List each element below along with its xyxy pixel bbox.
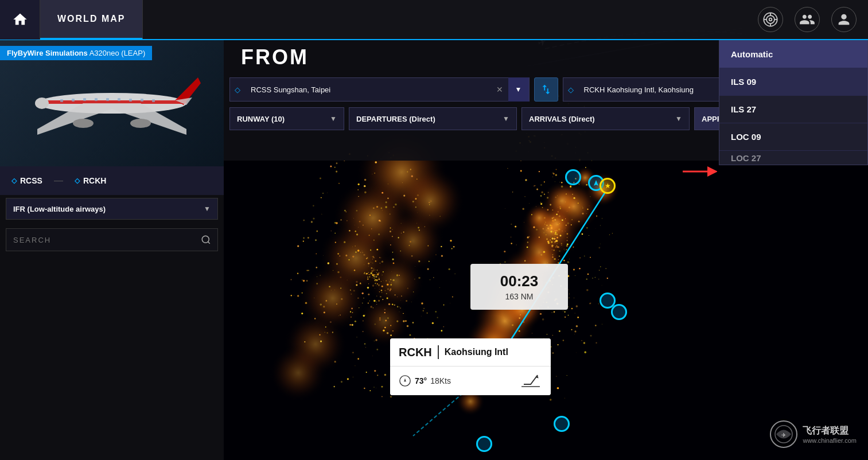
- search-input[interactable]: [6, 236, 194, 244]
- arrivals-dropdown[interactable]: ARRIVALS (Direct) ▼: [521, 107, 690, 130]
- watermark-url: www.chinaflier.com: [803, 437, 857, 444]
- airport-marker-5[interactable]: [476, 436, 492, 452]
- approach-loc27-label: LOC 27: [731, 153, 761, 163]
- approach-option-loc27[interactable]: LOC 27: [719, 151, 867, 165]
- group-button[interactable]: [795, 7, 820, 32]
- flight-time: 00:23: [479, 272, 559, 290]
- destination-card-header: RCKH Kaohsiung Intl: [390, 338, 551, 367]
- destination-separator: [438, 345, 439, 359]
- rckh-diamond-icon: ◇: [75, 177, 80, 185]
- aircraft-brand: FlyByWire Simulations: [7, 49, 88, 57]
- achievements-button[interactable]: [758, 7, 783, 32]
- departure-airport-group: ◇ ✕ ▼: [229, 77, 530, 102]
- topbar-right-icons: [758, 7, 868, 32]
- svg-rect-22: [106, 98, 109, 101]
- rckh-marker-star[interactable]: ★: [600, 178, 616, 194]
- left-panel: FlyByWire Simulations A320neo (LEAP): [0, 40, 224, 460]
- svg-point-5: [769, 18, 772, 21]
- airport-marker-1[interactable]: [565, 169, 581, 185]
- departures-dropdown[interactable]: DEPARTURES (Direct) ▼: [349, 107, 517, 130]
- svg-point-27: [202, 236, 209, 243]
- topbar: WORLD MAP: [0, 0, 868, 40]
- approach-option-ils27[interactable]: ILS 27: [719, 96, 867, 123]
- wind-info: 73° 18Kts: [399, 375, 451, 387]
- swap-airports-button[interactable]: [534, 77, 558, 102]
- ifr-dropdown[interactable]: IFR (Low-altitude airways) ▼: [6, 198, 218, 220]
- departure-airport-input[interactable]: [245, 85, 491, 94]
- dep-diamond-icon: ◇: [230, 85, 245, 94]
- watermark-text: 飞行者联盟: [803, 425, 857, 437]
- approach-selection-arrow: [683, 165, 717, 182]
- departures-label: DEPARTURES (Direct): [356, 115, 435, 123]
- aircraft-model: A320neo (LEAP): [88, 49, 145, 57]
- svg-point-16: [73, 119, 94, 128]
- svg-line-28: [208, 241, 209, 243]
- arrivals-label: ARRIVALS (Direct): [529, 115, 595, 123]
- svg-rect-24: [129, 99, 132, 102]
- runway-dropdown[interactable]: RUNWAY (10) ▼: [229, 107, 344, 130]
- aircraft-svg: [14, 66, 209, 141]
- wind-direction: 73°: [415, 376, 427, 385]
- svg-rect-20: [83, 98, 86, 101]
- svg-rect-18: [60, 99, 63, 102]
- svg-rect-21: [95, 98, 98, 101]
- ifr-label: IFR (Low-altitude airways): [13, 205, 106, 213]
- svg-text:✈: ✈: [781, 432, 786, 438]
- approach-ils09-label: ILS 09: [731, 77, 756, 87]
- profile-button[interactable]: [831, 7, 857, 32]
- marker-circle-1[interactable]: [565, 169, 581, 185]
- aircraft-label: FlyByWire Simulations A320neo (LEAP): [0, 46, 152, 60]
- aircraft-card: FlyByWire Simulations A320neo (LEAP): [0, 40, 224, 166]
- chinaflier-logo-icon: ✈: [769, 420, 798, 449]
- route-separator: —: [54, 176, 63, 186]
- wind-speed: 18Kts: [430, 376, 451, 385]
- route-bar: ◇ RCSS — ◇ RCKH: [0, 166, 224, 195]
- ifr-arrow-icon: ▼: [204, 205, 211, 213]
- watermark: ✈ 飞行者联盟 www.chinaflier.com: [769, 420, 857, 449]
- destination-code: RCKH: [399, 346, 432, 359]
- watermark-logo: ✈ 飞行者联盟 www.chinaflier.com: [769, 420, 857, 449]
- airport-marker-3[interactable]: [611, 304, 627, 320]
- approach-dropdown-popup: Automatic ILS 09 ILS 27 LOC 09 LOC 27: [719, 40, 868, 165]
- search-bar: [6, 228, 218, 251]
- departure-clear-button[interactable]: ✕: [491, 77, 508, 102]
- svg-rect-23: [118, 98, 120, 101]
- destination-name: Kaohsiung Intl: [445, 347, 508, 357]
- svg-point-15: [35, 98, 49, 109]
- rckh-code: RCKH: [83, 176, 106, 185]
- approach-option-automatic[interactable]: Automatic: [719, 41, 867, 68]
- arr-diamond-icon: ◇: [563, 85, 578, 94]
- approach-ils27-label: ILS 27: [731, 104, 756, 114]
- departure-dropdown-button[interactable]: ▼: [508, 77, 529, 102]
- departures-arrow-icon: ▼: [503, 115, 509, 123]
- svg-rect-19: [72, 99, 75, 102]
- search-button[interactable]: [194, 228, 217, 251]
- world-map-tab[interactable]: WORLD MAP: [40, 0, 143, 40]
- from-label: FROM: [241, 45, 309, 69]
- destination-card: RCKH Kaohsiung Intl 73° 18Kts: [390, 338, 551, 395]
- rcss-code: RCSS: [20, 176, 42, 185]
- approach-loc09-label: LOC 09: [731, 132, 761, 142]
- rcss-waypoint-btn[interactable]: ◇ RCSS: [6, 173, 48, 188]
- approach-option-loc09[interactable]: LOC 09: [719, 123, 867, 151]
- rckh-waypoint-btn[interactable]: ◇ RCKH: [69, 173, 112, 188]
- rckh-marker[interactable]: ★: [600, 178, 616, 194]
- destination-card-body: 73° 18Kts: [390, 367, 551, 395]
- approach-automatic-label: Automatic: [731, 49, 773, 59]
- svg-point-17: [130, 119, 151, 128]
- flight-distance: 163 NM: [479, 292, 559, 301]
- wind-direction-icon: [399, 375, 411, 387]
- marker-circle-3[interactable]: [611, 304, 627, 320]
- airport-marker-4[interactable]: [554, 416, 570, 432]
- runway-arrow-icon: ▼: [330, 115, 337, 123]
- rcss-diamond-icon: ◇: [11, 177, 17, 185]
- marker-circle-4[interactable]: [554, 416, 570, 432]
- arrivals-arrow-icon: ▼: [675, 115, 682, 123]
- marker-circle-5[interactable]: [476, 436, 492, 452]
- landing-icon: [519, 372, 542, 389]
- approach-option-ils09[interactable]: ILS 09: [719, 68, 867, 96]
- home-button[interactable]: [0, 0, 40, 40]
- svg-rect-25: [141, 99, 143, 102]
- flight-info-card: 00:23 163 NM: [470, 264, 568, 310]
- runway-label: RUNWAY (10): [237, 115, 285, 123]
